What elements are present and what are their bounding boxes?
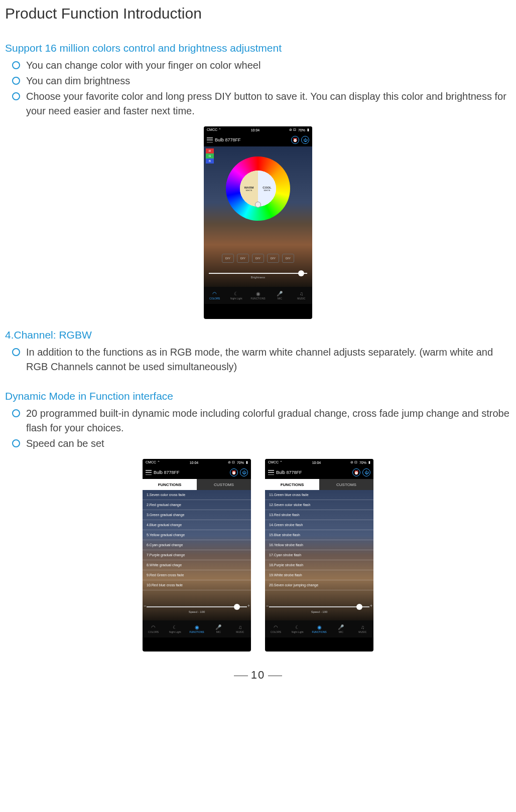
diy-button[interactable]: DIY — [237, 254, 249, 263]
tab-mic[interactable]: 🎤MIC — [208, 620, 229, 637]
music-icon: ♫ — [300, 291, 304, 296]
slider-thumb-icon[interactable] — [234, 604, 240, 610]
section3-heading: Dynamic Mode in Function interface — [5, 390, 516, 402]
power-icon[interactable]: ⏻ — [240, 468, 248, 476]
list-item[interactable]: 4.Blue gradual change — [143, 520, 251, 530]
cool-white-button[interactable]: COOLWHITE — [258, 171, 276, 207]
music-icon: ♫ — [361, 625, 365, 630]
minus-icon[interactable]: − — [144, 603, 146, 608]
speed-slider[interactable]: − + Speed - 100 — [147, 606, 247, 613]
diy-button[interactable]: DIY — [282, 254, 294, 263]
clock-label: 10:04 — [190, 461, 199, 464]
g-tab[interactable]: G — [206, 153, 214, 158]
tab-music[interactable]: ♫MUSIC — [229, 620, 251, 637]
r-tab[interactable]: R — [206, 148, 214, 153]
list-item[interactable]: 12.Seven color stobe flash — [265, 500, 373, 510]
device-name: Bulb 8778FF — [215, 137, 289, 142]
tab-customs[interactable]: CUSTOMS — [197, 479, 251, 490]
tab-functions[interactable]: FUNCTIONS — [143, 479, 197, 490]
functions-body: 1.Seven color cross fade 2.Red gradual c… — [143, 490, 251, 620]
list-item[interactable]: 2.Red gradual change — [143, 500, 251, 510]
menu-icon[interactable] — [146, 470, 152, 475]
device-name: Bulb 8778FF — [276, 470, 350, 475]
bottom-tab-bar: ◠COLORS ☾Night Light ◉FUNCTIONS 🎤MIC ♫MU… — [204, 287, 312, 304]
color-wheel[interactable]: WARMWHITE COOLWHITE — [226, 156, 290, 221]
b-tab[interactable]: B — [206, 158, 214, 164]
mic-icon: 🎤 — [215, 625, 221, 630]
fn-tabs: FUNCTIONS CUSTOMS — [265, 479, 373, 490]
menu-icon[interactable] — [207, 137, 213, 142]
tab-functions[interactable]: FUNCTIONS — [265, 479, 319, 490]
functions-list[interactable]: 1.Seven color cross fade 2.Red gradual c… — [143, 490, 251, 592]
section2-heading: 4.Channel: RGBW — [5, 329, 516, 341]
tab-nightlight[interactable]: ☾Night Light — [225, 287, 247, 304]
list-item[interactable]: 7.Purple gradual change — [143, 550, 251, 560]
list-item[interactable]: 20.Seven color jumping change — [265, 580, 373, 590]
battery-label: ⊘ ⊡ 70% ▮ — [228, 460, 248, 464]
minus-icon[interactable]: − — [266, 603, 269, 608]
diy-row: DIY DIY DIY DIY DIY — [204, 254, 312, 263]
diy-button[interactable]: DIY — [252, 254, 264, 263]
brightness-slider[interactable]: Brightness — [209, 273, 307, 279]
speed-label: Speed - 100 — [269, 610, 369, 613]
list-item[interactable]: 11.Green blue cross fade — [265, 490, 373, 500]
list-item[interactable]: 16.Yellow strobe flash — [265, 540, 373, 550]
tab-nightlight[interactable]: ☾Night Light — [287, 620, 308, 637]
list-item[interactable]: 6.Cyan gradual change — [143, 540, 251, 550]
rgb-tabs[interactable]: R G B — [206, 148, 214, 164]
diy-button[interactable]: DIY — [222, 254, 234, 263]
list-item[interactable]: 5.Yellow gradual change — [143, 530, 251, 540]
section3-list: 20 programmed built-in dynamic mode incl… — [12, 406, 516, 451]
list-item[interactable]: 10.Red blue cross fade — [143, 580, 251, 590]
tab-music[interactable]: ♫MUSIC — [291, 287, 312, 304]
tab-colors[interactable]: ◠COLORS — [265, 620, 287, 637]
list-item: You can change color with your finger on… — [12, 58, 516, 73]
list-item[interactable]: 17.Cyan strobe flash — [265, 550, 373, 560]
alarm-icon[interactable]: ⏰ — [291, 136, 299, 144]
power-icon[interactable]: ⏻ — [362, 468, 370, 476]
functions-icon: ◉ — [256, 291, 261, 296]
power-icon[interactable]: ⏻ — [301, 136, 309, 144]
plus-icon[interactable]: + — [247, 603, 250, 608]
list-item: In addition to the functions as in RGB m… — [12, 345, 516, 374]
carrier-label: CMCC ⌃ — [146, 460, 160, 464]
warm-white-button[interactable]: WARMWHITE — [240, 171, 258, 207]
tab-functions[interactable]: ◉FUNCTIONS — [247, 287, 269, 304]
list-item[interactable]: 13.Red strobe flash — [265, 510, 373, 520]
tab-nightlight[interactable]: ☾Night Light — [164, 620, 186, 637]
diy-button[interactable]: DIY — [267, 254, 279, 263]
slider-thumb-icon[interactable] — [356, 604, 362, 610]
list-item[interactable]: 15.Blue strobe flash — [265, 530, 373, 540]
moon-icon: ☾ — [295, 625, 300, 630]
nav-bar: Bulb 8778FF ⏰ ⏻ — [204, 133, 312, 146]
tab-colors[interactable]: ◠COLORS — [204, 287, 225, 304]
list-item[interactable]: 8.White gradual chage — [143, 560, 251, 570]
wheel-handle-icon[interactable] — [255, 202, 261, 208]
clock-label: 10:04 — [251, 128, 260, 132]
list-item: 20 programmed built-in dynamic mode incl… — [12, 406, 516, 435]
list-item[interactable]: 14.Green strobe flash — [265, 520, 373, 530]
list-item[interactable]: 3.Green gradual change — [143, 510, 251, 520]
tab-mic[interactable]: 🎤MIC — [269, 287, 291, 304]
list-item[interactable]: 18.Purple strobe flash — [265, 560, 373, 570]
menu-icon[interactable] — [268, 470, 274, 475]
speed-slider[interactable]: − + Speed - 100 — [269, 606, 369, 613]
screenshot-row-2: CMCC ⌃ 10:04 ⊘ ⊡ 70% ▮ Bulb 8778FF ⏰ ⏻ F… — [0, 459, 516, 652]
tab-mic[interactable]: 🎤MIC — [330, 620, 352, 637]
tab-customs[interactable]: CUSTOMS — [319, 479, 373, 490]
alarm-icon[interactable]: ⏰ — [352, 468, 360, 476]
tab-music[interactable]: ♫MUSIC — [352, 620, 373, 637]
plus-icon[interactable]: + — [370, 603, 372, 608]
nav-bar: Bulb 8778FF ⏰ ⏻ — [143, 466, 251, 479]
list-item[interactable]: 9.Red Green cross fade — [143, 570, 251, 580]
slider-thumb-icon[interactable] — [298, 270, 304, 276]
status-bar: CMCC ⌃ 10:04 ⊘ ⊡ 70% ▮ — [204, 126, 312, 133]
functions-list[interactable]: 11.Green blue cross fade 12.Seven color … — [265, 490, 373, 592]
list-item[interactable]: 1.Seven color cross fade — [143, 490, 251, 500]
tab-functions[interactable]: ◉FUNCTIONS — [308, 620, 330, 637]
list-item: Speed can be set — [12, 436, 516, 451]
list-item[interactable]: 19.White strobe flash — [265, 570, 373, 580]
tab-functions[interactable]: ◉FUNCTIONS — [186, 620, 207, 637]
tab-colors[interactable]: ◠COLORS — [143, 620, 164, 637]
alarm-icon[interactable]: ⏰ — [230, 468, 238, 476]
